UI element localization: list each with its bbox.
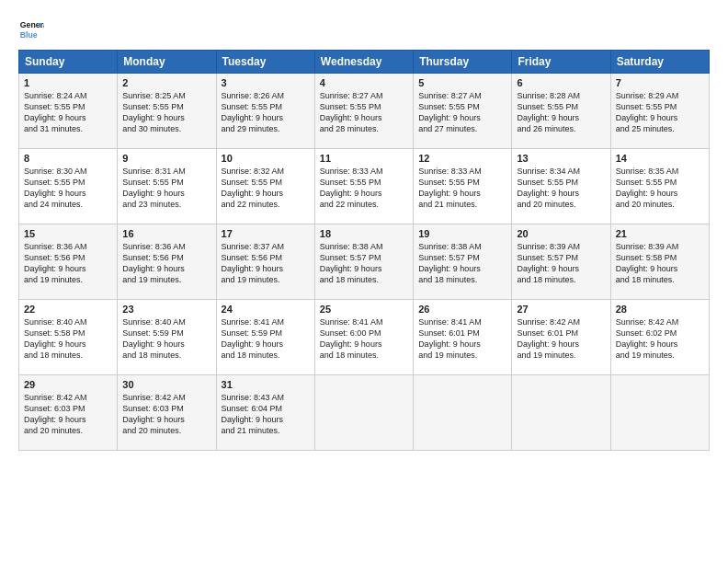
calendar-cell: 13Sunrise: 8:34 AM Sunset: 5:55 PM Dayli… bbox=[512, 149, 610, 224]
calendar-table: SundayMondayTuesdayWednesdayThursdayFrid… bbox=[18, 50, 710, 451]
day-number: 15 bbox=[24, 228, 112, 239]
calendar-cell bbox=[512, 375, 610, 451]
calendar-cell: 11Sunrise: 8:33 AM Sunset: 5:55 PM Dayli… bbox=[314, 149, 413, 224]
cell-info: Sunrise: 8:41 AM Sunset: 6:00 PM Dayligh… bbox=[320, 316, 408, 362]
calendar-cell: 8Sunrise: 8:30 AM Sunset: 5:55 PM Daylig… bbox=[19, 149, 118, 224]
day-number: 5 bbox=[418, 77, 506, 88]
day-number: 7 bbox=[616, 77, 704, 88]
cell-info: Sunrise: 8:36 AM Sunset: 5:56 PM Dayligh… bbox=[24, 241, 112, 286]
cell-info: Sunrise: 8:42 AM Sunset: 6:03 PM Dayligh… bbox=[24, 392, 112, 437]
logo-icon: General Blue bbox=[18, 17, 44, 42]
cell-info: Sunrise: 8:42 AM Sunset: 6:02 PM Dayligh… bbox=[616, 316, 704, 362]
cell-info: Sunrise: 8:40 AM Sunset: 5:59 PM Dayligh… bbox=[122, 316, 210, 362]
week-row: 29Sunrise: 8:42 AM Sunset: 6:03 PM Dayli… bbox=[19, 375, 710, 451]
day-number: 6 bbox=[517, 77, 605, 88]
calendar-cell: 30Sunrise: 8:42 AM Sunset: 6:03 PM Dayli… bbox=[118, 375, 216, 451]
cell-info: Sunrise: 8:30 AM Sunset: 5:55 PM Dayligh… bbox=[24, 166, 112, 211]
day-number: 4 bbox=[320, 77, 408, 88]
day-number: 28 bbox=[616, 304, 704, 315]
day-number: 16 bbox=[122, 228, 210, 239]
col-header-friday: Friday bbox=[512, 51, 610, 74]
calendar-cell bbox=[610, 375, 709, 451]
cell-info: Sunrise: 8:37 AM Sunset: 5:56 PM Dayligh… bbox=[222, 241, 310, 286]
cell-info: Sunrise: 8:31 AM Sunset: 5:55 PM Dayligh… bbox=[122, 166, 210, 211]
calendar-cell: 9Sunrise: 8:31 AM Sunset: 5:55 PM Daylig… bbox=[118, 149, 216, 224]
day-number: 20 bbox=[517, 228, 605, 239]
day-number: 14 bbox=[616, 153, 704, 164]
cell-info: Sunrise: 8:39 AM Sunset: 5:57 PM Dayligh… bbox=[517, 241, 605, 286]
day-number: 24 bbox=[222, 304, 310, 315]
col-header-monday: Monday bbox=[118, 51, 216, 74]
cell-info: Sunrise: 8:24 AM Sunset: 5:55 PM Dayligh… bbox=[24, 90, 112, 135]
day-number: 17 bbox=[222, 228, 310, 239]
day-number: 29 bbox=[24, 379, 112, 390]
calendar-cell: 2Sunrise: 8:25 AM Sunset: 5:55 PM Daylig… bbox=[118, 74, 216, 149]
calendar-cell: 3Sunrise: 8:26 AM Sunset: 5:55 PM Daylig… bbox=[216, 74, 314, 149]
calendar-cell bbox=[414, 375, 512, 451]
cell-info: Sunrise: 8:40 AM Sunset: 5:58 PM Dayligh… bbox=[24, 316, 112, 362]
calendar-cell: 26Sunrise: 8:41 AM Sunset: 6:01 PM Dayli… bbox=[414, 300, 512, 375]
day-number: 10 bbox=[222, 153, 310, 164]
day-number: 31 bbox=[222, 379, 310, 390]
col-header-thursday: Thursday bbox=[414, 51, 512, 74]
cell-info: Sunrise: 8:38 AM Sunset: 5:57 PM Dayligh… bbox=[418, 241, 506, 286]
calendar-cell: 25Sunrise: 8:41 AM Sunset: 6:00 PM Dayli… bbox=[314, 300, 413, 375]
day-number: 22 bbox=[24, 304, 112, 315]
col-header-wednesday: Wednesday bbox=[314, 51, 413, 74]
calendar-cell: 4Sunrise: 8:27 AM Sunset: 5:55 PM Daylig… bbox=[314, 74, 413, 149]
day-number: 13 bbox=[517, 153, 605, 164]
cell-info: Sunrise: 8:41 AM Sunset: 6:01 PM Dayligh… bbox=[418, 316, 506, 362]
calendar-cell bbox=[314, 375, 413, 451]
calendar-cell: 28Sunrise: 8:42 AM Sunset: 6:02 PM Dayli… bbox=[610, 300, 709, 375]
calendar-cell: 16Sunrise: 8:36 AM Sunset: 5:56 PM Dayli… bbox=[118, 224, 216, 300]
calendar-cell: 7Sunrise: 8:29 AM Sunset: 5:55 PM Daylig… bbox=[610, 74, 709, 149]
calendar-cell: 18Sunrise: 8:38 AM Sunset: 5:57 PM Dayli… bbox=[314, 224, 413, 300]
calendar-cell: 12Sunrise: 8:33 AM Sunset: 5:55 PM Dayli… bbox=[414, 149, 512, 224]
day-number: 12 bbox=[418, 153, 506, 164]
cell-info: Sunrise: 8:35 AM Sunset: 5:55 PM Dayligh… bbox=[616, 166, 704, 211]
week-row: 8Sunrise: 8:30 AM Sunset: 5:55 PM Daylig… bbox=[19, 149, 710, 224]
week-row: 1Sunrise: 8:24 AM Sunset: 5:55 PM Daylig… bbox=[19, 74, 710, 149]
cell-info: Sunrise: 8:36 AM Sunset: 5:56 PM Dayligh… bbox=[122, 241, 210, 286]
col-header-sunday: Sunday bbox=[19, 51, 118, 74]
calendar-cell: 20Sunrise: 8:39 AM Sunset: 5:57 PM Dayli… bbox=[512, 224, 610, 300]
day-number: 27 bbox=[517, 304, 605, 315]
day-number: 26 bbox=[418, 304, 506, 315]
day-number: 1 bbox=[24, 77, 112, 88]
cell-info: Sunrise: 8:34 AM Sunset: 5:55 PM Dayligh… bbox=[517, 166, 605, 211]
calendar-cell: 24Sunrise: 8:41 AM Sunset: 5:59 PM Dayli… bbox=[216, 300, 314, 375]
day-number: 3 bbox=[222, 77, 310, 88]
cell-info: Sunrise: 8:33 AM Sunset: 5:55 PM Dayligh… bbox=[418, 166, 506, 211]
week-row: 22Sunrise: 8:40 AM Sunset: 5:58 PM Dayli… bbox=[19, 300, 710, 375]
cell-info: Sunrise: 8:32 AM Sunset: 5:55 PM Dayligh… bbox=[222, 166, 310, 211]
cell-info: Sunrise: 8:38 AM Sunset: 5:57 PM Dayligh… bbox=[320, 241, 408, 286]
day-number: 23 bbox=[122, 304, 210, 315]
col-header-saturday: Saturday bbox=[610, 51, 709, 74]
day-number: 19 bbox=[418, 228, 506, 239]
cell-info: Sunrise: 8:41 AM Sunset: 5:59 PM Dayligh… bbox=[222, 316, 310, 362]
cell-info: Sunrise: 8:28 AM Sunset: 5:55 PM Dayligh… bbox=[517, 90, 605, 135]
day-number: 30 bbox=[122, 379, 210, 390]
header-row-days: SundayMondayTuesdayWednesdayThursdayFrid… bbox=[19, 51, 710, 74]
day-number: 8 bbox=[24, 153, 112, 164]
day-number: 18 bbox=[320, 228, 408, 239]
cell-info: Sunrise: 8:25 AM Sunset: 5:55 PM Dayligh… bbox=[122, 90, 210, 135]
cell-info: Sunrise: 8:42 AM Sunset: 6:01 PM Dayligh… bbox=[517, 316, 605, 362]
calendar-cell: 21Sunrise: 8:39 AM Sunset: 5:58 PM Dayli… bbox=[610, 224, 709, 300]
calendar-cell: 17Sunrise: 8:37 AM Sunset: 5:56 PM Dayli… bbox=[216, 224, 314, 300]
day-number: 9 bbox=[122, 153, 210, 164]
col-header-tuesday: Tuesday bbox=[216, 51, 314, 74]
calendar-cell: 1Sunrise: 8:24 AM Sunset: 5:55 PM Daylig… bbox=[19, 74, 118, 149]
cell-info: Sunrise: 8:42 AM Sunset: 6:03 PM Dayligh… bbox=[122, 392, 210, 437]
page: General Blue SundayMondayTuesdayWednesda… bbox=[0, 0, 728, 460]
cell-info: Sunrise: 8:27 AM Sunset: 5:55 PM Dayligh… bbox=[320, 90, 408, 135]
header-row: General Blue bbox=[18, 17, 710, 42]
calendar-cell: 29Sunrise: 8:42 AM Sunset: 6:03 PM Dayli… bbox=[19, 375, 118, 451]
day-number: 21 bbox=[616, 228, 704, 239]
calendar-cell: 15Sunrise: 8:36 AM Sunset: 5:56 PM Dayli… bbox=[19, 224, 118, 300]
calendar-cell: 5Sunrise: 8:27 AM Sunset: 5:55 PM Daylig… bbox=[414, 74, 512, 149]
calendar-cell: 22Sunrise: 8:40 AM Sunset: 5:58 PM Dayli… bbox=[19, 300, 118, 375]
cell-info: Sunrise: 8:43 AM Sunset: 6:04 PM Dayligh… bbox=[222, 392, 310, 437]
calendar-cell: 23Sunrise: 8:40 AM Sunset: 5:59 PM Dayli… bbox=[118, 300, 216, 375]
week-row: 15Sunrise: 8:36 AM Sunset: 5:56 PM Dayli… bbox=[19, 224, 710, 300]
